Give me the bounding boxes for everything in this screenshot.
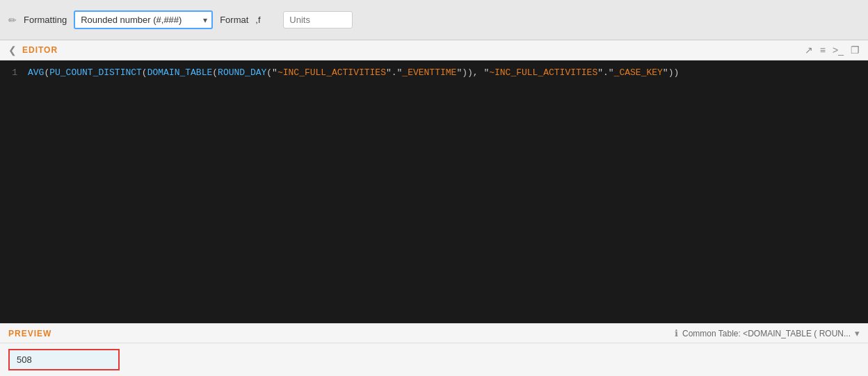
- format-label: Format: [220, 15, 248, 25]
- pencil-icon: ✏: [8, 15, 17, 26]
- format-value: ,f: [255, 15, 276, 25]
- formatting-select[interactable]: Rounded number (#,###) Number Integer Pe…: [74, 10, 213, 29]
- common-table-label: Common Table: <DOMAIN_TABLE ( ROUN...: [682, 329, 851, 338]
- code-line: 1 AVG(PU_COUNT_DISTINCT(DOMAIN_TABLE(ROU…: [0, 67, 868, 78]
- preview-value: 508: [17, 354, 32, 365]
- expand-icon[interactable]: ↗: [805, 44, 813, 56]
- preview-section: PREVIEW ℹ Common Table: <DOMAIN_TABLE ( …: [0, 323, 868, 376]
- collapse-icon[interactable]: ❮: [8, 44, 17, 56]
- editor-header: ❮ EDITOR ↗ ≡ >_ ❐: [0, 40, 868, 60]
- code-content: AVG(PU_COUNT_DISTINCT(DOMAIN_TABLE(ROUND…: [28, 67, 861, 78]
- terminal-icon[interactable]: >_: [833, 44, 844, 56]
- formatting-select-wrapper[interactable]: Rounded number (#,###) Number Integer Pe…: [74, 10, 213, 29]
- preview-value-box: 508: [8, 349, 120, 370]
- preview-title: PREVIEW: [8, 329, 51, 338]
- units-input[interactable]: [283, 11, 353, 28]
- preview-content: 508: [0, 343, 868, 376]
- line-number: 1: [7, 67, 28, 78]
- copy-icon[interactable]: ❐: [851, 44, 860, 56]
- editor-title: EDITOR: [22, 45, 58, 55]
- editor-section: ❮ EDITOR ↗ ≡ >_ ❐ 1 AVG(PU_COUNT_DISTINC…: [0, 40, 868, 323]
- chevron-down-icon[interactable]: ▾: [855, 328, 860, 338]
- code-avg: AVG: [28, 67, 44, 78]
- list-icon[interactable]: ≡: [820, 44, 826, 56]
- preview-right: ℹ Common Table: <DOMAIN_TABLE ( ROUN... …: [675, 328, 860, 338]
- editor-header-left: ❮ EDITOR: [8, 44, 58, 56]
- code-area[interactable]: 1 AVG(PU_COUNT_DISTINCT(DOMAIN_TABLE(ROU…: [0, 60, 868, 323]
- info-icon: ℹ: [675, 328, 678, 338]
- preview-header: PREVIEW ℹ Common Table: <DOMAIN_TABLE ( …: [0, 324, 868, 343]
- formatting-label: Formatting: [24, 15, 67, 25]
- editor-header-right: ↗ ≡ >_ ❐: [805, 44, 860, 56]
- toolbar: ✏ Formatting Rounded number (#,###) Numb…: [0, 0, 868, 40]
